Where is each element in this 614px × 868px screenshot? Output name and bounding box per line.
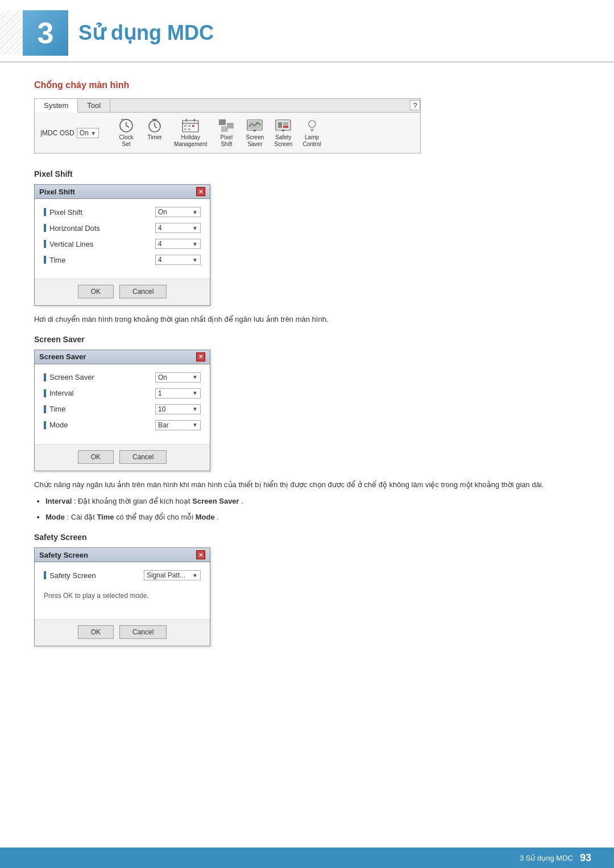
- ss-arrow-1: ▼: [192, 374, 198, 380]
- bullet-interval-bold: Screen Saver: [192, 497, 239, 505]
- svg-line-2: [126, 126, 129, 127]
- safety-screen-title: Safety Screen: [39, 551, 88, 559]
- ss-row-1-label: Screen Saver: [44, 373, 94, 381]
- pixel-shift-heading: Pixel Shift: [34, 169, 580, 178]
- ss-ok-button[interactable]: OK: [78, 450, 114, 464]
- toolbar-icon-timer[interactable]: Timer: [141, 116, 168, 149]
- clock-set-icon: [117, 118, 135, 134]
- bullet-interval-text: : Đặt khoảng thời gian để kích hoạt: [74, 497, 192, 505]
- chapter-number-box: 3: [23, 10, 68, 56]
- pixel-shift-row-3-label: Vertical Lines: [44, 240, 93, 248]
- ss-arrow-3: ▼: [192, 406, 198, 412]
- pixel-shift-row-2: Horizontal Dots 4 ▼: [44, 223, 201, 233]
- pixel-shift-icon: [217, 118, 235, 134]
- mdc-osd-dropdown[interactable]: On ▼: [77, 128, 99, 138]
- toolbar-icons: ClockSet Timer: [113, 116, 326, 149]
- pixel-shift-dialog-buttons: OK Cancel: [35, 279, 210, 305]
- pixel-shift-select-4[interactable]: 4 ▼: [155, 255, 201, 265]
- safety-note-row: Press OK to play a selected mode.: [44, 592, 201, 600]
- pixel-shift-select-2[interactable]: 4 ▼: [155, 223, 201, 233]
- toolbar-icon-lamp-control[interactable]: LampControl: [298, 116, 325, 149]
- svg-rect-29: [283, 126, 288, 128]
- bullet-mode-bold2: Mode: [196, 513, 215, 521]
- ss-arrow-2: ▼: [192, 390, 198, 396]
- safety-row-indicator-1: [44, 571, 46, 579]
- pixel-shift-ok-button[interactable]: OK: [78, 285, 114, 298]
- svg-rect-12: [192, 125, 194, 127]
- pixel-shift-select-3[interactable]: 4 ▼: [155, 239, 201, 249]
- pixel-shift-row-1: Pixel Shift On ▼: [44, 207, 201, 217]
- screen-saver-description: Chức năng này ngăn lưu ảnh trên màn hình…: [34, 479, 580, 491]
- toolbar-icon-holiday[interactable]: HolidayManagement: [169, 116, 211, 149]
- toolbar-icon-pixel-shift[interactable]: PixelShift: [213, 116, 240, 149]
- screen-saver-bullets: Interval : Đặt khoảng thời gian để kích …: [45, 496, 580, 524]
- safety-row-1-label: Safety Screen: [44, 571, 96, 580]
- safety-screen-label: SafetyScreen: [275, 134, 293, 148]
- pixel-shift-titlebar: Pixel Shift ✕: [35, 185, 210, 199]
- svg-rect-14: [188, 128, 190, 130]
- ss-row-indicator-2: [44, 389, 46, 397]
- help-button[interactable]: ?: [410, 100, 420, 110]
- holiday-icon: [181, 118, 200, 134]
- safety-screen-dialog: Safety Screen ✕ Safety Screen Signal Pat…: [34, 547, 210, 646]
- timer-icon: [146, 118, 164, 134]
- svg-rect-10: [184, 125, 186, 127]
- svg-rect-28: [283, 122, 288, 125]
- pixel-shift-dialog: Pixel Shift ✕ Pixel Shift On ▼ Horizonta…: [34, 184, 210, 306]
- bullet-mode-text: : Cài đặt: [67, 513, 97, 521]
- ss-cancel-button[interactable]: Cancel: [119, 450, 167, 464]
- screen-saver-heading: Screen Saver: [34, 335, 580, 344]
- pixel-shift-cancel-button[interactable]: Cancel: [119, 285, 167, 298]
- bullet-mode-time: Time: [97, 513, 114, 521]
- svg-rect-19: [221, 126, 228, 132]
- safety-screen-dialog-buttons: OK Cancel: [35, 619, 210, 646]
- tab-tool[interactable]: Tool: [78, 99, 110, 112]
- footer-page-number: 93: [580, 852, 591, 864]
- pixel-shift-select-1[interactable]: On ▼: [155, 207, 201, 217]
- pixel-shift-row-1-label: Pixel Shift: [44, 208, 82, 217]
- ss-select-3[interactable]: 10 ▼: [155, 404, 201, 414]
- ss-row-4: Mode Bar ▼: [44, 420, 201, 430]
- row-indicator: [44, 208, 46, 216]
- content-area: Chống cháy màn hình System Tool ? |MDC O…: [0, 80, 614, 646]
- svg-rect-17: [219, 119, 226, 125]
- select-arrow-4: ▼: [192, 257, 198, 263]
- svg-rect-11: [188, 125, 190, 127]
- safety-ok-button[interactable]: OK: [78, 625, 114, 639]
- toolbar-body: |MDC OSD On ▼: [35, 113, 420, 153]
- svg-line-5: [155, 126, 157, 128]
- ss-select-4[interactable]: Bar ▼: [155, 420, 201, 430]
- bullet-mode-after2: .: [217, 513, 219, 521]
- pixel-shift-row-4-label: Time: [44, 256, 65, 264]
- safety-select-1[interactable]: Signal Patt... ▼: [144, 570, 201, 580]
- safety-screen-close-button[interactable]: ✕: [196, 550, 205, 559]
- screen-saver-icon: [246, 118, 264, 134]
- tab-system[interactable]: System: [35, 99, 78, 113]
- toolbar-icon-clock-set[interactable]: ClockSet: [113, 116, 140, 149]
- toolbar-icon-screen-saver[interactable]: ScreenSaver: [241, 116, 268, 149]
- ss-arrow-4: ▼: [192, 422, 198, 428]
- pixel-shift-close-button[interactable]: ✕: [196, 187, 205, 196]
- lamp-control-label: LampControl: [302, 134, 321, 148]
- ss-select-2[interactable]: 1 ▼: [155, 388, 201, 398]
- bullet-mode-label: Mode: [45, 513, 65, 521]
- safety-cancel-button[interactable]: Cancel: [119, 625, 167, 639]
- ss-row-indicator-3: [44, 405, 46, 413]
- toolbar-icon-safety-screen[interactable]: SafetyScreen: [269, 116, 297, 149]
- chapter-number: 3: [38, 16, 54, 50]
- screen-saver-dialog: Screen Saver ✕ Screen Saver On ▼ Interva…: [34, 350, 210, 471]
- section-heading: Chống cháy màn hình: [34, 80, 580, 90]
- pixel-shift-body: Pixel Shift On ▼ Horizontal Dots 4 ▼: [35, 199, 210, 279]
- lamp-control-icon: [303, 118, 321, 134]
- ss-select-1[interactable]: On ▼: [155, 372, 201, 383]
- svg-line-37: [316, 121, 317, 122]
- screen-saver-label: ScreenSaver: [246, 134, 264, 148]
- row-indicator-3: [44, 240, 46, 248]
- bullet-mode: Mode : Cài đặt Time có thể thay đổi cho …: [45, 512, 580, 524]
- row-indicator-2: [44, 224, 46, 232]
- safety-arrow-1: ▼: [192, 572, 198, 579]
- footer-text: 3 Sử dụng MDC: [520, 854, 573, 862]
- screen-saver-close-button[interactable]: ✕: [196, 352, 205, 362]
- safety-screen-body: Safety Screen Signal Patt... ▼ Press OK …: [35, 562, 210, 619]
- ss-row-indicator-1: [44, 373, 46, 381]
